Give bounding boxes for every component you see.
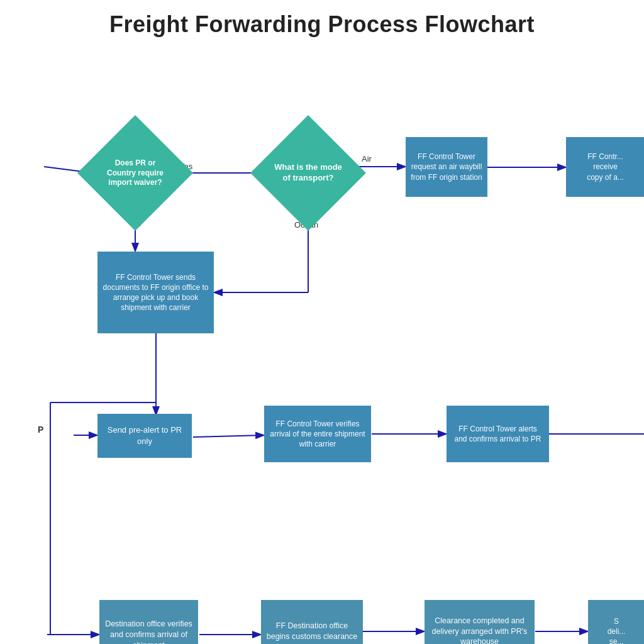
flowchart-area: Yes No Air Ocean Does PR or Country requ… [0,44,644,644]
box-ff-receive-copy: FF Contr...receivecopy of a... [566,137,644,197]
box-ff-air-waybill: FF Control Tower request an air waybill … [406,137,487,197]
box-ff-sends-docs: FF Control Tower sends documents to FF o… [97,252,214,333]
page-title: Freight Forwarding Process Flowchart [0,0,644,44]
label-air: Air [362,154,372,164]
label-p: P [38,425,43,435]
box-clearance-completed: Clearance completed and delivery arrange… [425,600,535,644]
diamond-mode-transport-text: What is the mode of transport? [274,162,343,184]
box-ff-destination-customs: FF Destination office begins customs cle… [261,600,363,644]
svg-line-10 [193,435,263,437]
box-destination-office: Destination office verifies and confirms… [99,600,198,644]
box-last-partial: Sdeli...se... [588,600,644,644]
box-ff-verifies-arrival: FF Control Tower verifies arrival of the… [264,406,371,462]
box-ff-alerts-confirms: FF Control Tower alerts and confirms arr… [447,406,549,462]
diamond-import-waiver-text: Does PR or Country require import waiver… [101,158,170,188]
diamond-import-waiver: Does PR or Country require import waiver… [94,132,176,214]
diamond-mode-transport: What is the mode of transport? [267,132,349,214]
box-send-pre-alert: Send pre-alert to PR only [97,414,192,458]
